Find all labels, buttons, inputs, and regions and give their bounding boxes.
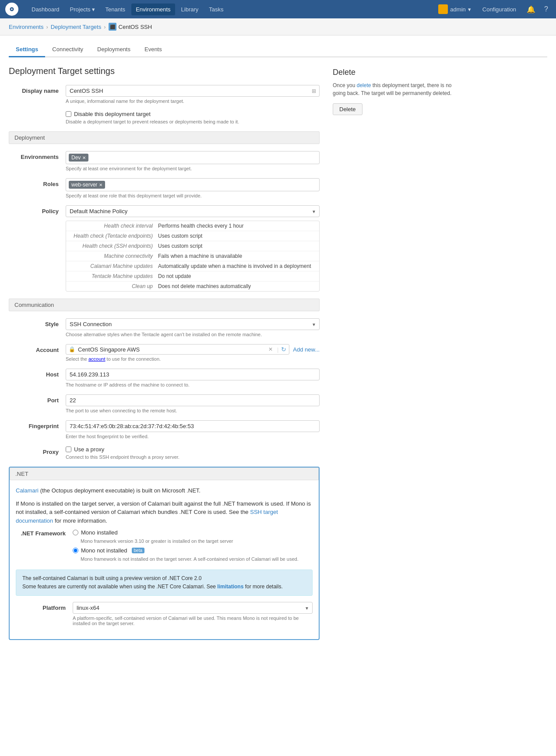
nav-tasks[interactable]: Tasks xyxy=(204,4,228,15)
chevron-down-icon: ▾ xyxy=(468,6,471,13)
host-label: Host xyxy=(9,369,66,378)
display-name-field: ⊞ A unique, informational name for the d… xyxy=(66,85,320,104)
tab-settings[interactable]: Settings xyxy=(9,42,45,57)
tab-connectivity[interactable]: Connectivity xyxy=(45,42,90,57)
svg-point-2 xyxy=(11,8,13,10)
nav-tenants[interactable]: Tenants xyxy=(101,4,130,15)
port-row: Port The port to use when connecting to … xyxy=(9,394,320,413)
lock-icon: 🔒 xyxy=(69,346,75,352)
limitations-link[interactable]: limitations xyxy=(217,584,243,590)
nav-projects[interactable]: Projects ▾ xyxy=(66,4,99,15)
account-add-link[interactable]: Add new... xyxy=(293,346,320,353)
policy-val-6: Does not delete machines automatically xyxy=(158,283,251,289)
policy-row-2: Health check (SSH endpoints) Uses custom… xyxy=(66,241,319,251)
port-input[interactable] xyxy=(66,394,320,406)
centos-icon: ⬛ xyxy=(109,23,116,31)
account-separator: | xyxy=(277,346,278,353)
display-name-input-wrap: ⊞ xyxy=(66,85,320,97)
dotnet-section: .NET Calamari (the Octopus deployment ex… xyxy=(9,467,320,640)
logo[interactable] xyxy=(5,3,18,16)
policy-row-6: Clean up Does not delete machines automa… xyxy=(66,281,319,291)
tab-deployments[interactable]: Deployments xyxy=(90,42,137,57)
policy-val-2: Uses custom script xyxy=(158,243,202,249)
display-name-hint: A unique, informational name for the dep… xyxy=(66,98,320,104)
nav-environments[interactable]: Environments xyxy=(131,4,175,15)
roles-row: Roles web-server ✕ Specify at least one … xyxy=(9,178,320,198)
port-hint: The port to use when connecting to the r… xyxy=(66,408,320,413)
disable-label-spacer xyxy=(9,111,66,113)
roles-tag-input[interactable]: web-server ✕ xyxy=(66,178,320,191)
nav-configuration[interactable]: Configuration xyxy=(478,4,521,15)
policy-key-6: Clean up xyxy=(70,283,158,289)
policy-row-0: Health check interval Performs health ch… xyxy=(66,221,319,231)
platform-select[interactable]: linux-x64 xyxy=(73,602,313,614)
main-column: Deployment Target settings Display name … xyxy=(9,66,320,640)
policy-select[interactable]: Default Machine Policy xyxy=(66,205,320,217)
page-content: Settings Connectivity Deployments Events… xyxy=(0,35,556,647)
roles-field: web-server ✕ Specify at least one role t… xyxy=(66,178,320,198)
port-field: The port to use when connecting to the r… xyxy=(66,394,320,413)
radio-mono-installed-hint: Mono framework version 3.10 or greater i… xyxy=(81,538,313,544)
fingerprint-hint: Enter the host fingerprint to be verifie… xyxy=(66,434,320,439)
display-name-input[interactable] xyxy=(66,85,320,97)
policy-row-3: Machine connectivity Fails when a machin… xyxy=(66,251,319,261)
breadcrumb-environments[interactable]: Environments xyxy=(9,24,43,30)
platform-hint: A platform-specific, self-contained vers… xyxy=(73,615,313,626)
platform-select-wrap: linux-x64 ▼ xyxy=(73,602,313,614)
account-clear-button[interactable]: ✕ xyxy=(267,346,274,352)
role-tag-remove[interactable]: ✕ xyxy=(99,183,102,187)
bell-icon[interactable]: 🔔 xyxy=(524,4,538,15)
radio-mono-not-installed[interactable] xyxy=(73,548,78,553)
style-select[interactable]: SSH Connection xyxy=(66,318,320,330)
roles-hint: Specify at least one role that this depl… xyxy=(66,193,320,198)
fingerprint-input[interactable] xyxy=(66,420,320,432)
role-tag-webserver: web-server ✕ xyxy=(69,181,105,189)
policy-val-0: Performs health checks every 1 hour xyxy=(158,223,243,229)
delete-text-link[interactable]: delete xyxy=(357,82,371,88)
host-input[interactable] xyxy=(66,369,320,380)
radio-mono-installed[interactable] xyxy=(73,530,78,535)
env-tag-dev: Dev ✕ xyxy=(69,154,88,162)
disable-checkbox[interactable] xyxy=(66,111,71,117)
edit-icon: ⊞ xyxy=(312,88,316,94)
side-column: Delete Once you delete this deployment t… xyxy=(333,66,455,640)
account-input-wrap[interactable]: 🔒 CentOS Singapore AWS ✕ | ↻ xyxy=(66,344,289,355)
proxy-row: Proxy Use a proxy Connect to this SSH en… xyxy=(9,446,320,460)
account-hint-link[interactable]: account xyxy=(88,356,106,362)
nav-library[interactable]: Library xyxy=(177,4,203,15)
communication-section-header: Communication xyxy=(9,299,320,311)
breadcrumb-sep-2: › xyxy=(104,24,106,30)
policy-select-wrap: Default Machine Policy ▼ xyxy=(66,205,320,217)
refresh-icon[interactable]: ↻ xyxy=(281,346,286,353)
policy-key-4: Calamari Machine updates xyxy=(70,263,158,269)
environments-tag-input[interactable]: Dev ✕ xyxy=(66,151,320,164)
proxy-checkbox[interactable] xyxy=(66,447,71,452)
admin-menu[interactable]: admin ▾ xyxy=(435,3,474,16)
radio-mono-not-installed-label: Mono not installed xyxy=(81,547,127,554)
policy-row-1: Health check (Tentacle endpoints) Uses c… xyxy=(66,231,319,241)
host-row: Host The hostname or IP address of the m… xyxy=(9,369,320,387)
account-field: 🔒 CentOS Singapore AWS ✕ | ↻ Add new... … xyxy=(66,344,320,362)
radio-mono-not-installed-hint: Mono framework is not installed on the t… xyxy=(81,556,313,562)
delete-button[interactable]: Delete xyxy=(333,103,362,115)
disable-row: Disable this deployment target Disable a… xyxy=(9,111,320,124)
breadcrumb-current: ⬛ CentOS SSH xyxy=(109,23,152,31)
platform-field: linux-x64 ▼ A platform-specific, self-co… xyxy=(73,602,313,626)
tab-events[interactable]: Events xyxy=(137,42,169,57)
nav-dashboard[interactable]: Dashboard xyxy=(27,4,64,15)
display-name-row: Display name ⊞ A unique, informational n… xyxy=(9,85,320,104)
breadcrumb-deployment-targets[interactable]: Deployment Targets xyxy=(51,24,101,30)
display-name-label: Display name xyxy=(9,85,66,94)
help-icon[interactable]: ? xyxy=(542,4,551,15)
policy-row-5: Tentacle Machine updates Do not update xyxy=(66,271,319,281)
policy-val-1: Uses custom script xyxy=(158,233,202,239)
dotnet-framework-row: .NET Framework Mono installed Mono frame… xyxy=(16,529,313,565)
calamari-link[interactable]: Calamari xyxy=(16,487,39,494)
host-field: The hostname or IP address of the machin… xyxy=(66,369,320,387)
info-line-2: Some features are currently not availabl… xyxy=(22,583,306,591)
dotnet-body-2: If Mono is installed on the target serve… xyxy=(16,499,313,525)
env-tag-dev-label: Dev xyxy=(71,155,81,161)
environments-field: Dev ✕ Specify at least one environment f… xyxy=(66,151,320,171)
policy-val-3: Fails when a machine is unavailable xyxy=(158,253,242,259)
env-tag-dev-remove[interactable]: ✕ xyxy=(82,155,86,160)
